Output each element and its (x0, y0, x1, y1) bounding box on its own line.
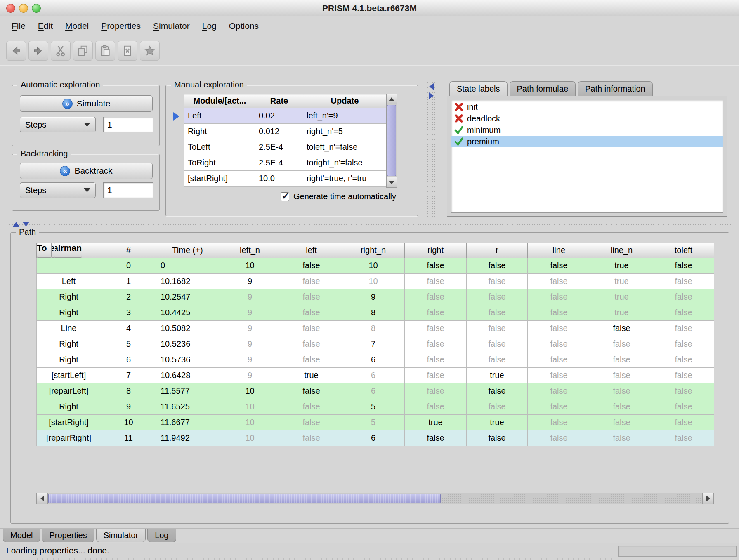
simulate-button[interactable]: Simulate (20, 95, 153, 112)
path-cell[interactable]: false (467, 258, 528, 274)
manual-cell-update[interactable]: right_n'=5 (303, 124, 387, 139)
menu-edit[interactable]: Edit (32, 19, 59, 33)
manual-table-scrollbar[interactable] (386, 94, 397, 188)
path-cell[interactable]: 6 (342, 383, 405, 399)
path-cell[interactable]: false (653, 305, 714, 321)
path-cell[interactable]: false (281, 258, 342, 274)
path-cell[interactable]: 10.5736 (156, 352, 219, 368)
path-cell[interactable]: 10 (219, 383, 281, 399)
tab-state-labels[interactable]: State labels (449, 81, 508, 96)
path-cell[interactable]: 0 (101, 258, 156, 274)
path-cell[interactable]: false (405, 383, 467, 399)
menu-options[interactable]: Options (223, 19, 265, 33)
menu-properties[interactable]: Properties (95, 19, 147, 33)
path-cell[interactable]: 10.4425 (156, 305, 219, 321)
path-cell[interactable]: false (590, 352, 653, 368)
simulate-steps-dropdown[interactable]: Steps (20, 117, 96, 132)
triangle-down-icon[interactable] (23, 222, 29, 227)
scroll-left-button[interactable] (37, 493, 48, 504)
path-cell[interactable]: 10.2547 (156, 289, 219, 305)
path-cell[interactable]: false (281, 289, 342, 305)
path-cell[interactable]: false (590, 368, 653, 383)
path-cell[interactable]: Right (37, 352, 101, 368)
menu-log[interactable]: Log (196, 19, 223, 33)
path-cell[interactable]: Right (37, 399, 101, 415)
menu-file[interactable]: File (5, 19, 32, 33)
path-cell[interactable]: false (528, 321, 590, 336)
path-cell[interactable]: false (281, 415, 342, 430)
path-cell[interactable]: false (528, 399, 590, 415)
path-cell[interactable]: false (405, 352, 467, 368)
path-row[interactable]: [startRight]1011.667710false5truetruefal… (37, 415, 714, 430)
path-cell[interactable]: false (405, 321, 467, 336)
path-cell[interactable]: false (467, 383, 528, 399)
horizontal-splitter[interactable] (9, 221, 732, 227)
path-cell[interactable]: false (467, 336, 528, 352)
manual-cell-rate[interactable]: 10.0 (255, 171, 303, 187)
bottom-tab-log[interactable]: Log (147, 529, 176, 542)
path-cell[interactable]: false (528, 258, 590, 274)
path-cell[interactable]: false (528, 352, 590, 368)
path-cell[interactable]: false (281, 305, 342, 321)
path-cell[interactable]: false (590, 415, 653, 430)
path-cell[interactable]: 10.5082 (156, 321, 219, 336)
path-cell[interactable]: 0 (156, 258, 219, 274)
path-cell[interactable]: false (467, 305, 528, 321)
manual-cell-rate[interactable]: 0.012 (255, 124, 303, 139)
state-label-init[interactable]: init (451, 101, 723, 113)
path-cell[interactable]: 10.1682 (156, 274, 219, 289)
path-cell[interactable]: 10 (219, 415, 281, 430)
path-cell[interactable]: false (653, 415, 714, 430)
path-cell[interactable]: 9 (219, 368, 281, 383)
close-button[interactable] (6, 4, 15, 13)
path-cell[interactable]: false (653, 383, 714, 399)
path-cell[interactable]: false (590, 383, 653, 399)
path-row[interactable]: [repairLeft]811.557710false6falsefalsefa… (37, 383, 714, 399)
manual-transition-row[interactable]: Left0.02left_n'=9 (184, 108, 387, 124)
path-cell[interactable]: 8 (342, 305, 405, 321)
path-cell[interactable]: [repairRight] (37, 430, 101, 446)
toolbar-back-button[interactable] (6, 41, 26, 61)
path-row[interactable]: Right210.25479false9falsefalsefalsetruef… (37, 289, 714, 305)
path-cell[interactable]: 6 (342, 352, 405, 368)
manual-cell-update[interactable]: toright_n'=false (303, 155, 387, 171)
path-cell[interactable] (37, 258, 101, 274)
path-cell[interactable]: 7 (342, 336, 405, 352)
manual-cell-update[interactable]: right'=true, r'=tru (303, 171, 387, 187)
path-cell[interactable]: false (653, 430, 714, 446)
minimize-button[interactable] (19, 4, 28, 13)
manual-cell-module[interactable]: ToRight (184, 155, 255, 171)
scrollbar-thumb[interactable] (48, 494, 441, 503)
path-cell[interactable]: 6 (342, 368, 405, 383)
path-row[interactable]: [startLeft]710.64289true6falsetruefalsef… (37, 368, 714, 383)
scroll-down-button[interactable] (387, 177, 397, 187)
path-cell[interactable]: 10 (219, 399, 281, 415)
path-cell[interactable]: false (281, 383, 342, 399)
path-cell[interactable]: 10 (219, 430, 281, 446)
manual-transition-row[interactable]: Right0.012right_n'=5 (184, 124, 387, 139)
path-cell[interactable]: 6 (342, 430, 405, 446)
path-cell[interactable]: 9 (219, 336, 281, 352)
scroll-up-button[interactable] (387, 94, 397, 104)
splitter-collapse-right-button[interactable] (427, 92, 435, 99)
path-cell[interactable]: true (590, 258, 653, 274)
path-cell[interactable]: 9 (219, 289, 281, 305)
path-cell[interactable]: true (467, 368, 528, 383)
scrollbar-thumb[interactable] (387, 105, 396, 176)
path-cell[interactable]: false (528, 368, 590, 383)
path-cell[interactable]: false (528, 430, 590, 446)
path-cell[interactable]: 9 (342, 289, 405, 305)
scroll-right-button[interactable] (702, 493, 713, 504)
path-cell[interactable]: false (590, 430, 653, 446)
path-cell[interactable]: 10 (101, 415, 156, 430)
path-cell[interactable]: false (528, 305, 590, 321)
path-cell[interactable]: false (405, 258, 467, 274)
bottom-tab-simulator[interactable]: Simulator (96, 529, 146, 542)
backtrack-steps-input[interactable] (103, 182, 153, 198)
path-cell[interactable]: 11.6525 (156, 399, 219, 415)
path-cell[interactable]: false (405, 336, 467, 352)
path-cell[interactable]: 1 (101, 274, 156, 289)
path-cell[interactable]: false (653, 368, 714, 383)
path-cell[interactable]: false (281, 352, 342, 368)
path-cell[interactable]: false (467, 289, 528, 305)
